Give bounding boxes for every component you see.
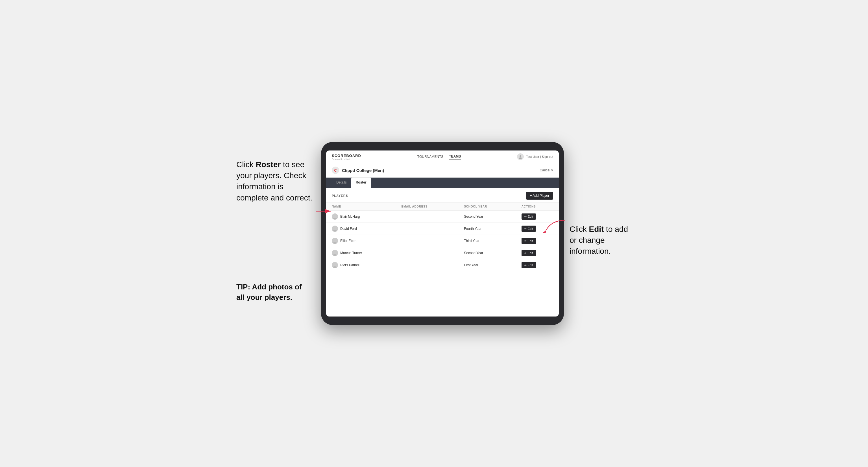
player-name-cell: Marcus Turner bbox=[326, 247, 396, 259]
edit-button[interactable]: ✏ Edit bbox=[522, 238, 536, 244]
brand-logo: SCOREBOARD Powered by clippi bbox=[332, 154, 361, 160]
svg-point-7 bbox=[333, 230, 337, 231]
team-name: Clippd College (Men) bbox=[342, 168, 384, 173]
team-header: C Clippd College (Men) Cancel × bbox=[326, 163, 559, 178]
actions-cell: ✏ Edit bbox=[516, 259, 559, 271]
nav-brand: SCOREBOARD Powered by clippi bbox=[332, 154, 361, 160]
player-email bbox=[396, 247, 458, 259]
table-row: David Ford Fourth Year ✏ Edit bbox=[326, 223, 559, 235]
player-school-year: Second Year bbox=[458, 247, 516, 259]
player-name: David Ford bbox=[340, 227, 357, 231]
col-email: EMAIL ADDRESS bbox=[396, 203, 458, 211]
player-email bbox=[396, 259, 458, 271]
tablet-frame: SCOREBOARD Powered by clippi TOURNAMENTS… bbox=[321, 142, 564, 325]
player-avatar bbox=[332, 238, 338, 244]
player-avatar bbox=[332, 250, 338, 256]
svg-point-9 bbox=[334, 239, 336, 241]
table-row: Elliot Ebert Third Year ✏ Edit bbox=[326, 235, 559, 247]
tip-text: TIP: Add photos ofall your players. bbox=[236, 282, 315, 302]
table-row: Piers Parnell First Year ✏ Edit bbox=[326, 259, 559, 271]
instruction-left: Click Roster to see your players. Check … bbox=[236, 159, 315, 203]
team-icon: C bbox=[332, 166, 339, 174]
player-name: Blair McHarg bbox=[340, 215, 360, 219]
player-school-year: First Year bbox=[458, 259, 516, 271]
svg-point-4 bbox=[333, 218, 337, 219]
col-school-year: SCHOOL YEAR bbox=[458, 203, 516, 211]
svg-point-10 bbox=[333, 242, 337, 244]
actions-cell: ✏ Edit bbox=[516, 247, 559, 259]
player-email bbox=[396, 223, 458, 235]
svg-point-6 bbox=[334, 227, 336, 229]
player-name-cell: Blair McHarg bbox=[326, 211, 396, 223]
player-school-year: Second Year bbox=[458, 211, 516, 223]
pencil-icon: ✏ bbox=[524, 215, 527, 218]
svg-point-3 bbox=[334, 215, 336, 217]
user-text: Test User | Sign out bbox=[526, 155, 553, 158]
player-name-cell: Piers Parnell bbox=[326, 259, 396, 271]
content-area: PLAYERS + Add Player NAME EMAIL ADDRESS … bbox=[326, 188, 559, 316]
empty-space bbox=[326, 271, 559, 316]
players-label: PLAYERS bbox=[332, 194, 348, 197]
player-name-cell: Elliot Ebert bbox=[326, 235, 396, 247]
player-avatar bbox=[332, 262, 338, 268]
player-school-year: Third Year bbox=[458, 235, 516, 247]
svg-point-13 bbox=[333, 254, 337, 256]
nav-link-tournaments[interactable]: TOURNAMENTS bbox=[417, 154, 443, 160]
tab-details[interactable]: Details bbox=[332, 178, 351, 188]
svg-point-0 bbox=[520, 155, 521, 157]
player-name-cell: David Ford bbox=[326, 223, 396, 235]
arrow-right bbox=[543, 219, 566, 234]
edit-button[interactable]: ✏ Edit bbox=[522, 262, 536, 268]
svg-point-12 bbox=[334, 251, 336, 253]
pencil-icon: ✏ bbox=[524, 227, 527, 230]
player-name: Elliot Ebert bbox=[340, 239, 356, 243]
col-actions: ACTIONS bbox=[516, 203, 559, 211]
pencil-icon: ✏ bbox=[524, 252, 527, 255]
player-email bbox=[396, 211, 458, 223]
nav-user: Test User | Sign out bbox=[517, 153, 553, 160]
player-email bbox=[396, 235, 458, 247]
svg-point-15 bbox=[334, 263, 336, 266]
players-header: PLAYERS + Add Player bbox=[326, 188, 559, 203]
svg-point-16 bbox=[333, 266, 337, 268]
player-name: Marcus Turner bbox=[340, 251, 362, 255]
tablet-screen: SCOREBOARD Powered by clippi TOURNAMENTS… bbox=[326, 151, 559, 316]
brand-sub: Powered by clippi bbox=[332, 158, 361, 160]
instruction-right: Click Edit to add or change information. bbox=[569, 224, 632, 257]
edit-button[interactable]: ✏ Edit bbox=[522, 214, 536, 220]
player-school-year: Fourth Year bbox=[458, 223, 516, 235]
pencil-icon: ✏ bbox=[524, 264, 527, 267]
tab-bar: Details Roster bbox=[326, 178, 559, 188]
add-player-button[interactable]: + Add Player bbox=[526, 192, 553, 199]
tab-roster[interactable]: Roster bbox=[351, 178, 371, 188]
edit-button[interactable]: ✏ Edit bbox=[522, 250, 536, 256]
svg-point-1 bbox=[519, 158, 522, 159]
team-name-row: C Clippd College (Men) bbox=[332, 166, 384, 174]
nav-bar: SCOREBOARD Powered by clippi TOURNAMENTS… bbox=[326, 151, 559, 163]
user-avatar-icon bbox=[517, 153, 524, 160]
pencil-icon: ✏ bbox=[524, 240, 527, 243]
player-name: Piers Parnell bbox=[340, 263, 360, 267]
nav-link-teams[interactable]: TEAMS bbox=[449, 153, 461, 160]
arrow-left bbox=[316, 207, 333, 217]
brand-name: SCOREBOARD bbox=[332, 154, 361, 158]
player-avatar bbox=[332, 226, 338, 232]
table-row: Marcus Turner Second Year ✏ Edit bbox=[326, 247, 559, 259]
edit-button[interactable]: ✏ Edit bbox=[522, 226, 536, 232]
table-row: Blair McHarg Second Year ✏ Edit bbox=[326, 211, 559, 223]
nav-links: TOURNAMENTS TEAMS bbox=[417, 153, 461, 160]
players-table: NAME EMAIL ADDRESS SCHOOL YEAR ACTIONS bbox=[326, 203, 559, 271]
actions-cell: ✏ Edit bbox=[516, 235, 559, 247]
cancel-button[interactable]: Cancel × bbox=[539, 168, 553, 172]
col-name: NAME bbox=[326, 203, 396, 211]
